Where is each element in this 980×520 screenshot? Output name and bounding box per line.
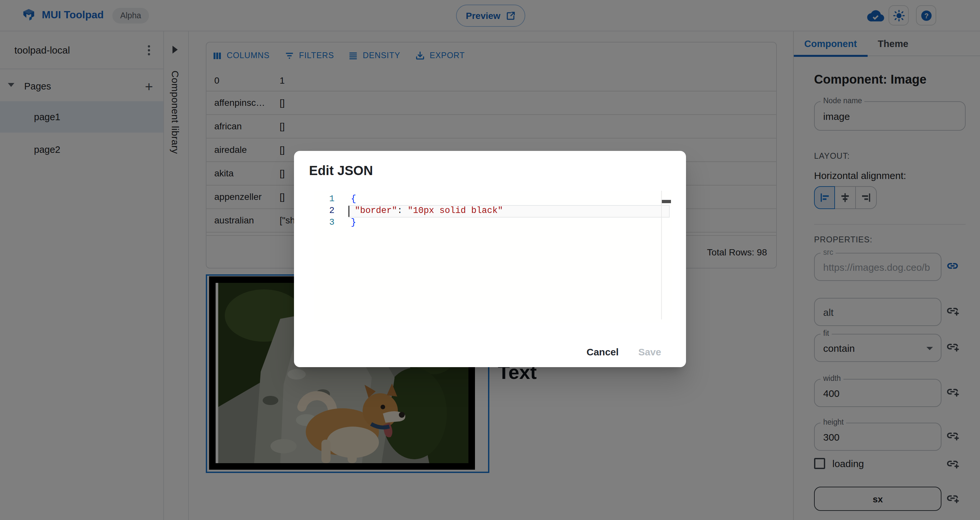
line-number: 3	[313, 218, 334, 227]
code-line-1: {	[351, 194, 356, 204]
colon-token: :	[397, 206, 408, 216]
value-token: "10px solid black"	[408, 206, 503, 216]
text-cursor	[348, 206, 349, 217]
save-button[interactable]: Save	[638, 346, 661, 357]
scrollbar-marker[interactable]	[662, 200, 671, 203]
line-number-active: 2	[313, 206, 334, 216]
code-line-2: "border": "10px solid black"	[355, 206, 503, 216]
minimap-divider	[661, 191, 662, 320]
open-brace-token: {	[351, 194, 356, 204]
edit-json-dialog: Edit JSON 1 2 3 { "border": "10px solid …	[294, 151, 686, 367]
json-code-editor[interactable]: 1 2 3 { "border": "10px solid black" }	[313, 191, 671, 323]
dialog-actions: Cancel Save	[587, 346, 662, 357]
key-token: "border"	[355, 206, 397, 216]
line-number: 1	[313, 194, 334, 204]
cancel-button[interactable]: Cancel	[587, 346, 619, 357]
code-line-3: }	[351, 218, 356, 227]
dialog-title: Edit JSON	[309, 163, 373, 178]
app-window: MUI Toolpad Alpha Preview	[0, 0, 980, 520]
close-brace-token: }	[351, 218, 356, 227]
